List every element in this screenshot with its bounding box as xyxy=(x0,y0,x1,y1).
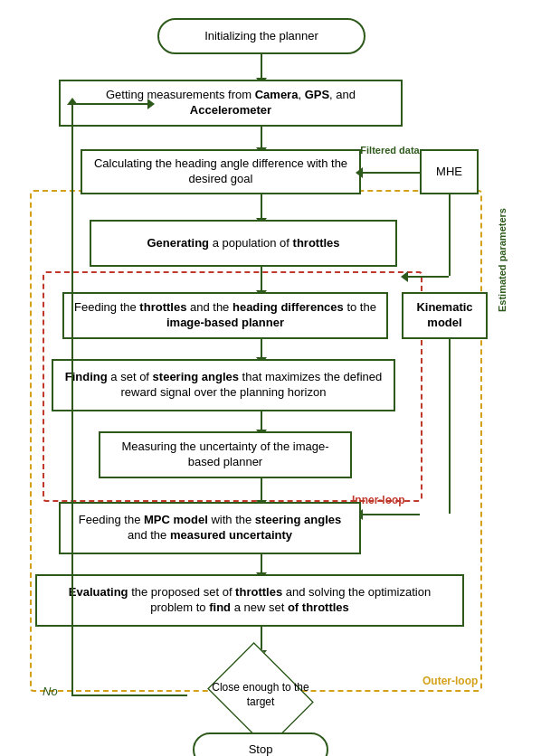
arrow-init-measurements xyxy=(261,54,262,80)
generating-label: Generating a population of throttles xyxy=(147,236,339,251)
arrow-back-to-measurements xyxy=(71,103,149,105)
no-label: No xyxy=(43,685,58,698)
arrow-gen-feeding xyxy=(261,267,262,292)
arrow-kinematic-v xyxy=(449,339,451,514)
evaluating-node: Evaluating the proposed set of throttles… xyxy=(35,574,464,627)
feeding-mpc-label: Feeding the MPC model with the steering … xyxy=(70,513,350,543)
arrow-mpc-evaluating xyxy=(261,554,262,574)
arrow-meas-heading xyxy=(261,127,262,149)
generating-node: Generating a population of throttles xyxy=(90,220,397,267)
arrow-no-up xyxy=(71,103,73,695)
mhe-node: MHE xyxy=(420,149,479,194)
arrow-mhe-heading xyxy=(361,172,420,174)
evaluating-label: Evaluating the proposed set of throttles… xyxy=(46,585,453,616)
arrow-no-left xyxy=(71,695,187,696)
arrow-feeding-finding xyxy=(261,339,262,359)
stop-label: Stop xyxy=(249,742,273,756)
heading-label: Calculating the heading angle difference… xyxy=(91,156,350,187)
arrow-measuring-feeding-mpc xyxy=(261,478,262,502)
measuring-label: Measuring the uncertainty of the image-b… xyxy=(109,439,341,470)
arrow-mhe-down xyxy=(449,194,451,276)
arrow-right-to-generating xyxy=(406,276,449,278)
kinematic-label: Kinematic model xyxy=(413,300,477,331)
stop-node[interactable]: Stop xyxy=(193,732,328,756)
arrow-heading-generating xyxy=(261,194,262,220)
arrow-kinematic-feeding xyxy=(361,514,420,515)
filtered-data-label: Filtered data xyxy=(359,145,421,156)
heading-node: Calculating the heading angle difference… xyxy=(81,149,361,194)
estimated-params-label: Estimated parameters xyxy=(497,185,508,312)
finding-node: Finding a set of steering angles that ma… xyxy=(52,359,395,411)
decision-label: Close enough to the target xyxy=(202,681,319,709)
arrow-eval-diamond xyxy=(261,627,262,652)
measuring-node: Measuring the uncertainty of the image-b… xyxy=(99,431,352,478)
feeding1-node: Feeding the throttles and the heading di… xyxy=(62,292,388,339)
init-node: Initializing the planner xyxy=(157,18,365,54)
flowchart-diagram: Outer-loop Inner-loop Initializing the p… xyxy=(17,9,524,747)
arrow-finding-measuring xyxy=(261,411,262,431)
mhe-label: MHE xyxy=(436,165,462,180)
outer-loop-label: Outer-loop xyxy=(422,675,478,687)
kinematic-node: Kinematic model xyxy=(402,292,488,339)
finding-label: Finding a set of steering angles that ma… xyxy=(62,370,384,401)
feeding-mpc-node: Feeding the MPC model with the steering … xyxy=(59,502,361,554)
feeding1-label: Feeding the throttles and the heading di… xyxy=(73,300,377,331)
init-label: Initializing the planner xyxy=(204,29,318,44)
decision-node: Close enough to the target xyxy=(187,652,334,738)
